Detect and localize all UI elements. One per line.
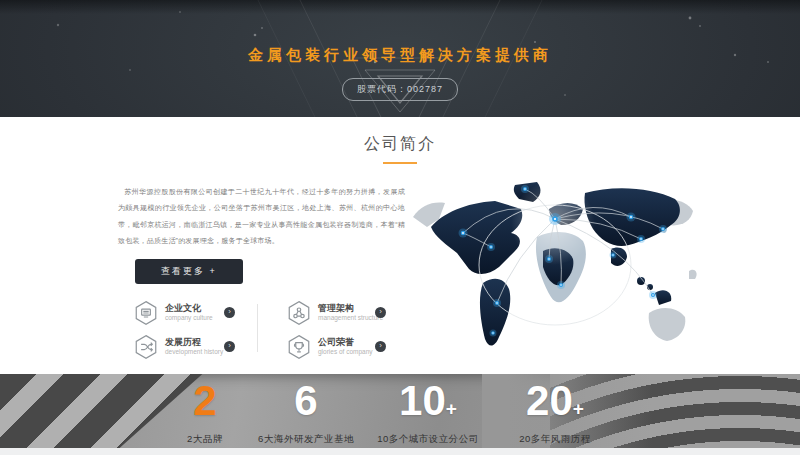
world-map-graphic	[403, 175, 699, 369]
stat-value: 6	[294, 377, 317, 424]
feature-column-right: 管理架构 management structure › 公司荣誉 glories…	[286, 299, 386, 367]
feature-title: 企业文化	[165, 303, 224, 313]
stat-value: 2	[193, 377, 216, 424]
feature-company-honor[interactable]: 公司荣誉 glories of company ›	[286, 333, 386, 360]
feature-title: 管理架构	[318, 303, 375, 313]
section-title: 公司简介	[0, 134, 800, 155]
company-culture-icon	[133, 300, 159, 326]
company-honor-icon	[286, 334, 312, 360]
stat-value: 20	[526, 377, 573, 424]
stat-label: 10多个城市设立分公司	[377, 433, 479, 446]
arrow-circle-icon[interactable]: ›	[224, 307, 235, 318]
stat-brands: 2 2大品牌	[187, 379, 223, 446]
company-description: 苏州华源控股股份有限公司创建于二十世纪九十年代，经过十多年的努力拼搏，发展成为颇…	[118, 184, 405, 250]
feature-title: 公司荣誉	[318, 337, 375, 347]
stat-label: 6大海外研发产业基地	[258, 433, 354, 446]
arrow-circle-icon[interactable]: ›	[224, 341, 235, 352]
feature-development-history[interactable]: 发展历程 development history ›	[133, 333, 235, 360]
arrow-circle-icon[interactable]: ›	[375, 341, 386, 352]
stock-code-badge: 股票代码：002787	[342, 78, 458, 101]
company-homepage: 金属包装行业领导型解决方案提供商 股票代码：002787 公司简介 苏州华源控股…	[0, 0, 800, 455]
stat-label: 20多年风雨历程	[519, 433, 591, 446]
stat-branch-cities: 10+ 10多个城市设立分公司	[377, 379, 479, 446]
stat-overseas-bases: 6 6大海外研发产业基地	[258, 379, 354, 446]
stat-suffix: +	[446, 398, 457, 419]
view-more-button[interactable]: 查看更多 +	[135, 259, 243, 284]
hero-title: 金属包装行业领导型解决方案提供商	[0, 46, 800, 65]
company-intro-section: 公司简介 苏州华源控股股份有限公司创建于二十世纪九十年代，经过十多年的努力拼搏，…	[0, 117, 800, 374]
arrow-circle-icon[interactable]: ›	[375, 307, 386, 318]
global-network-world-map	[403, 175, 699, 369]
stat-label: 2大品牌	[187, 433, 223, 446]
bottom-strip	[0, 448, 800, 455]
title-underline	[383, 162, 417, 164]
feature-subtitle: development history	[165, 348, 224, 356]
stat-value: 10	[399, 377, 446, 424]
management-structure-icon	[286, 300, 312, 326]
feature-title: 发展历程	[165, 337, 224, 347]
hero-banner: 金属包装行业领导型解决方案提供商 股票代码：002787	[0, 0, 800, 117]
feature-management-structure[interactable]: 管理架构 management structure ›	[286, 299, 386, 326]
feature-subtitle: management structure	[318, 314, 375, 322]
feature-column-left: 企业文化 company culture › 发展历程 development …	[133, 299, 235, 367]
feature-divider	[257, 304, 258, 352]
feature-subtitle: glories of company	[318, 348, 375, 356]
feature-subtitle: company culture	[165, 314, 224, 322]
stat-years-history: 20+ 20多年风雨历程	[519, 379, 591, 446]
feature-company-culture[interactable]: 企业文化 company culture ›	[133, 299, 235, 326]
development-history-icon	[133, 334, 159, 360]
stat-suffix: +	[573, 398, 584, 419]
stats-band: 2 2大品牌 6 6大海外研发产业基地 10+ 10多个城市设立分公司 20+ …	[0, 374, 800, 448]
